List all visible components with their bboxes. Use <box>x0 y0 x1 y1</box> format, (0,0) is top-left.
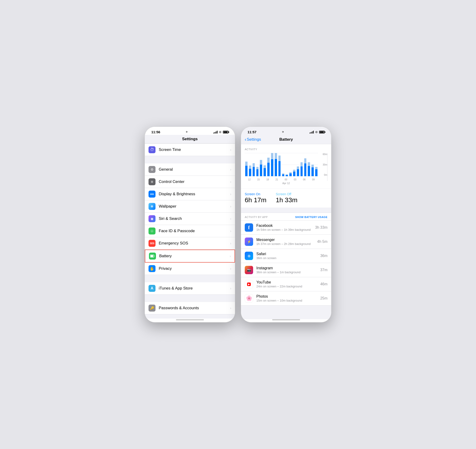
bar-14 <box>293 153 296 176</box>
photos-detail: 15m on screen – 10m background <box>256 299 320 302</box>
battery-screen: ACTIVITY 60m 30m 0m <box>241 144 331 319</box>
bar-13 <box>289 153 292 176</box>
settings-row-passwords[interactable]: 🔑 Passwords & Accounts › <box>145 302 235 314</box>
x-label-12: 12 <box>248 178 251 181</box>
sos-label: Emergency SOS <box>159 241 230 246</box>
bar-9 <box>274 153 277 176</box>
bar-19 <box>311 153 314 176</box>
right-home-indicator <box>272 319 300 320</box>
x-label-15: 15 <box>257 178 260 181</box>
screen-stats: Screen On 6h 17m Screen Off 1h 33m <box>241 189 331 208</box>
section-gap-3 <box>145 295 235 302</box>
activity-by-app-label: ACTIVITY BY APP <box>245 216 268 219</box>
wallpaper-icon: ❋ <box>149 203 155 210</box>
svg-rect-1 <box>151 255 153 257</box>
bar-10 <box>278 153 281 176</box>
safari-icon: ⊕ <box>245 252 253 260</box>
itunes-label: iTunes & App Store <box>159 286 230 291</box>
battery-icon <box>149 253 156 259</box>
facebook-icon: f <box>245 223 253 232</box>
app-row-youtube[interactable]: ▶ YouTube 24m on screen – 22m background… <box>241 277 331 291</box>
settings-row-screen-time[interactable]: ⏱ Screen Time › <box>145 143 235 156</box>
show-battery-usage-button[interactable]: SHOW BATTERY USAGE <box>295 216 327 219</box>
right-battery-status-icon <box>319 131 325 134</box>
wallpaper-label: Wallpaper <box>159 204 230 209</box>
back-button[interactable]: ‹ Settings <box>245 137 261 142</box>
settings-row-battery[interactable]: Battery › <box>145 250 235 263</box>
right-signal-icon <box>310 131 314 134</box>
general-icon: ⚙ <box>149 166 155 173</box>
chart-date-label: Apr 12 <box>245 182 327 185</box>
battery-label: Battery <box>159 254 230 258</box>
settings-row-general[interactable]: ⚙ General › <box>145 163 235 176</box>
app-row-messenger[interactable]: ⚡ Messenger 1h 37m on screen – 2h 28m ba… <box>241 235 331 249</box>
bar-3 <box>252 153 255 176</box>
siri-chevron: › <box>230 217 231 221</box>
sos-chevron: › <box>230 241 231 245</box>
y-label-0: 0m <box>324 174 327 176</box>
x-label-06: 06 <box>303 178 305 181</box>
bar-4 <box>256 153 259 176</box>
facebook-time: 3h 33m <box>315 225 327 230</box>
settings-row-faceid[interactable]: ☺ Face ID & Passcode › <box>145 225 235 237</box>
display-chevron: › <box>230 192 231 196</box>
bar-18 <box>307 153 310 176</box>
youtube-icon: ▶ <box>245 280 253 288</box>
control-center-icon: ⊞ <box>149 178 155 185</box>
bar-12 <box>285 153 288 176</box>
bar-17 <box>304 153 307 176</box>
settings-row-siri[interactable]: ◉ Siri & Search › <box>145 213 235 225</box>
settings-row-sos[interactable]: SOS Emergency SOS › <box>145 237 235 250</box>
section-gap-1 <box>145 156 235 163</box>
back-chevron: ‹ <box>245 137 246 142</box>
y-label-60: 60m <box>323 153 327 156</box>
control-center-label: Control Center <box>159 180 230 184</box>
youtube-detail: 24m on screen – 22m background <box>256 285 320 288</box>
messenger-icon: ⚡ <box>245 237 253 246</box>
bar-1 <box>245 153 248 176</box>
settings-row-control-center[interactable]: ⊞ Control Center › <box>145 176 235 188</box>
chart-section-label: ACTIVITY <box>245 148 327 151</box>
section-gap-2 <box>145 275 235 282</box>
bar-20 <box>315 153 318 176</box>
x-label-18: 18 <box>266 178 269 181</box>
passwords-chevron: › <box>230 306 231 310</box>
messenger-info: Messenger 1h 37m on screen – 2h 28m back… <box>256 238 317 246</box>
settings-header: Settings <box>145 135 235 143</box>
app-activity-header: ACTIVITY BY APP SHOW BATTERY USAGE <box>241 213 331 221</box>
passwords-icon: 🔑 <box>149 305 155 312</box>
settings-row-itunes[interactable]: A iTunes & App Store › <box>145 282 235 295</box>
back-label: Settings <box>247 137 261 142</box>
settings-row-display[interactable]: AA Display & Brightness › <box>145 188 235 200</box>
x-label-09: 09 <box>312 178 315 181</box>
settings-row-privacy[interactable]: ✋ Privacy › <box>145 263 235 275</box>
messenger-time: 4h 5m <box>317 240 327 244</box>
app-row-instagram[interactable]: 📷 Instagram 36m on screen – 1m backgroun… <box>241 263 331 277</box>
settings-row-wallpaper[interactable]: ❋ Wallpaper › <box>145 200 235 213</box>
youtube-time: 46m <box>320 282 327 286</box>
youtube-name: YouTube <box>256 280 320 284</box>
right-status-bar: 11:57 ✈ ⊜ <box>241 127 331 135</box>
y-label-30: 30m <box>323 163 327 166</box>
screen-off-value: 1h 33m <box>276 196 297 204</box>
x-label-03: 03 <box>294 178 296 181</box>
youtube-info: YouTube 24m on screen – 22m background <box>256 280 320 288</box>
left-phone: 11:56 ✈ ⊜ Settings ⏱ <box>144 127 235 322</box>
screen-on-label: Screen On <box>245 192 266 196</box>
screen-on-block: Screen On 6h 17m <box>245 192 266 204</box>
chart-y-labels: 60m 30m 0m <box>319 153 327 176</box>
wifi-icon: ⊜ <box>219 130 222 134</box>
left-status-bar: 11:56 ✈ ⊜ <box>145 127 235 135</box>
app-row-facebook[interactable]: f Facebook 1h 54m on screen – 1h 39m bac… <box>241 221 331 235</box>
left-time: 11:56 <box>151 130 160 134</box>
app-row-photos[interactable]: 🌸 Photos 15m on screen – 10m background … <box>241 291 331 306</box>
sos-icon: SOS <box>149 240 155 247</box>
screen-time-icon: ⏱ <box>149 146 155 153</box>
privacy-chevron: › <box>230 267 231 270</box>
settings-title: Settings <box>149 137 231 141</box>
itunes-chevron: › <box>230 286 231 290</box>
app-row-safari[interactable]: ⊕ Safari 36m on screen 36m <box>241 249 331 263</box>
safari-time: 36m <box>320 254 327 258</box>
battery-nav-header: ‹ Settings Battery <box>241 135 331 144</box>
bar-16 <box>300 153 303 176</box>
